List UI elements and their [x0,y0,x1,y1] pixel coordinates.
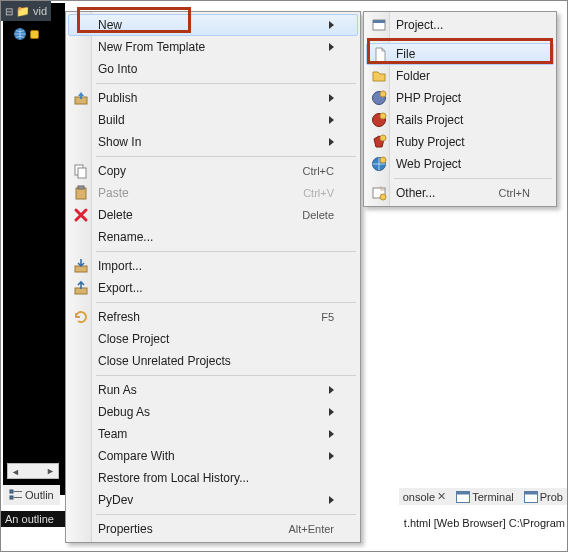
menu-separator [394,39,552,40]
problems-tab[interactable]: Prob [522,490,565,504]
new-item-web-project[interactable]: Web Project [366,153,554,175]
menu-item-accel: Delete [284,209,334,221]
menu-item-label: Copy [98,164,285,178]
project-badge-icon [30,30,39,39]
problems-icon [524,491,538,503]
svg-point-26 [380,194,386,200]
scroll-right-icon[interactable]: ► [43,464,58,478]
new-item-file[interactable]: File [366,43,554,65]
paste-icon [73,185,89,201]
ctx-item-new[interactable]: New [68,14,358,36]
menu-item-accel: Ctrl+C [285,165,334,177]
submenu-arrow-icon [329,408,334,416]
horizontal-scrollbar[interactable]: ◄ ► [7,463,59,479]
ctx-item-run-as[interactable]: Run As [68,379,358,401]
ctx-item-restore-from-local-history[interactable]: Restore from Local History... [68,467,358,489]
other-icon [371,185,387,201]
menu-item-accel: Ctrl+N [481,187,530,199]
ctx-item-debug-as[interactable]: Debug As [68,401,358,423]
menu-item-label: New From Template [98,40,319,54]
file-icon [372,47,388,63]
ctx-item-go-into[interactable]: Go Into [68,58,358,80]
menu-item-label: Restore from Local History... [98,471,334,485]
ctx-item-rename[interactable]: Rename... [68,226,358,248]
submenu-arrow-icon [329,43,334,51]
outline-tab[interactable]: Outlin [7,487,56,503]
web-icon [371,156,387,172]
menu-item-label: Compare With [98,449,319,463]
menu-separator [96,251,356,252]
submenu-arrow-icon [329,21,334,29]
console-tab[interactable]: onsole ✕ [401,489,448,504]
menu-separator [96,302,356,303]
ctx-item-pydev[interactable]: PyDev [68,489,358,511]
menu-separator [96,83,356,84]
ctx-item-new-from-template[interactable]: New From Template [68,36,358,58]
close-icon[interactable]: ✕ [437,490,446,503]
copy-icon [73,163,89,179]
svg-point-21 [380,113,386,119]
new-item-folder[interactable]: Folder [366,65,554,87]
terminal-icon [456,491,470,503]
menu-item-label: Run As [98,383,319,397]
menu-item-label: Project... [396,18,530,32]
project-explorer-bg [3,3,65,495]
php-icon [371,90,387,106]
menu-item-label: PyDev [98,493,319,507]
editor-tab[interactable]: ⊟ 📁 vid [1,1,51,21]
bottom-tab-bar-left: Outlin [3,485,60,505]
svg-rect-17 [373,20,385,23]
ctx-item-paste[interactable]: PasteCtrl+V [68,182,358,204]
menu-item-label: Properties [98,522,270,536]
submenu-arrow-icon [329,138,334,146]
svg-rect-13 [78,186,84,189]
menu-item-label: Show In [98,135,319,149]
publish-icon [73,90,89,106]
delete-icon [73,207,89,223]
svg-rect-12 [76,188,86,199]
menu-item-label: Close Project [98,332,334,346]
ctx-item-export[interactable]: Export... [68,277,358,299]
new-item-php-project[interactable]: PHP Project [366,87,554,109]
new-item-ruby-project[interactable]: Ruby Project [366,131,554,153]
new-item-rails-project[interactable]: Rails Project [366,109,554,131]
menu-separator [96,375,356,376]
menu-separator [96,514,356,515]
ctx-item-publish[interactable]: Publish [68,87,358,109]
ctx-item-close-project[interactable]: Close Project [68,328,358,350]
ctx-item-delete[interactable]: DeleteDelete [68,204,358,226]
ctx-item-refresh[interactable]: RefreshF5 [68,306,358,328]
menu-separator [394,178,552,179]
ctx-item-import[interactable]: Import... [68,255,358,277]
menu-item-label: Other... [396,186,481,200]
svg-rect-11 [78,168,86,178]
outline-empty-text: An outline [1,511,65,527]
ctx-item-close-unrelated-projects[interactable]: Close Unrelated Projects [68,350,358,372]
project-row[interactable] [13,27,39,41]
menu-item-label: New [98,18,319,32]
new-item-project[interactable]: Project... [366,14,554,36]
import-icon [73,258,89,274]
menu-item-label: Rails Project [396,113,530,127]
globe-icon [13,27,27,41]
submenu-arrow-icon [329,94,334,102]
ctx-item-properties[interactable]: PropertiesAlt+Enter [68,518,358,540]
context-menu-main: NewNew From TemplateGo IntoPublishBuildS… [65,11,361,543]
submenu-arrow-icon [329,430,334,438]
export-icon [73,280,89,296]
menu-item-accel: Ctrl+V [285,187,334,199]
scroll-left-icon[interactable]: ◄ [8,465,23,479]
svg-point-19 [380,91,386,97]
ctx-item-show-in[interactable]: Show In [68,131,358,153]
new-item-other[interactable]: Other...Ctrl+N [366,182,554,204]
menu-item-label: PHP Project [396,91,530,105]
ctx-item-build[interactable]: Build [68,109,358,131]
ctx-item-copy[interactable]: CopyCtrl+C [68,160,358,182]
menu-item-label: Rename... [98,230,334,244]
menu-item-label: Export... [98,281,334,295]
collapse-icon: ⊟ [5,6,13,17]
terminal-tab[interactable]: Terminal [454,490,516,504]
ctx-item-compare-with[interactable]: Compare With [68,445,358,467]
ctx-item-team[interactable]: Team [68,423,358,445]
problems-tab-label: Prob [540,491,563,503]
